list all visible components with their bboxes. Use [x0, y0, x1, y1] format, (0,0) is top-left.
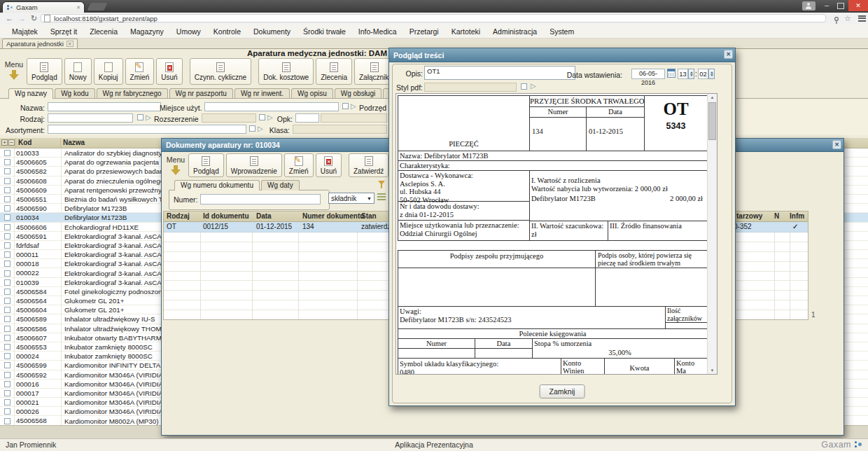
column-nazwa[interactable]: Nazwa	[63, 139, 85, 146]
new-tab-button[interactable]	[87, 3, 107, 11]
checkbox-icon[interactable]	[4, 233, 10, 240]
tab-wg-nr-inwent[interactable]: Wg nr inwent.	[234, 88, 290, 99]
miejsce-checkbox[interactable]	[342, 103, 349, 109]
miejsce-input[interactable]	[204, 102, 339, 111]
checkbox-icon[interactable]	[4, 316, 10, 322]
browser-menu-icon[interactable]	[858, 15, 866, 22]
tab-wg-numeru-dokumentu[interactable]: Wg numeru dokumentu	[174, 180, 260, 190]
checkbox-icon[interactable]	[4, 289, 10, 295]
zamknij-button[interactable]: Zamknij	[540, 384, 585, 398]
col-data[interactable]: Data	[256, 212, 272, 220]
checkbox-icon[interactable]	[4, 196, 10, 202]
preview-dialog-close-icon[interactable]: ✕	[724, 50, 733, 59]
back-icon[interactable]: ←	[6, 13, 13, 24]
checkbox-icon[interactable]	[4, 344, 10, 350]
opk-input[interactable]	[295, 113, 319, 123]
url-input[interactable]: localhost:8180/gxstart_prezent/app	[41, 14, 826, 22]
checkbox-icon[interactable]	[4, 326, 10, 332]
tab-wg-kodu[interactable]: Wg kodu	[55, 88, 94, 99]
menubar-item-kartoteki[interactable]: Kartoteki	[445, 27, 486, 36]
profile-icon[interactable]	[802, 1, 816, 11]
tab-wg-nr-paszportu[interactable]: Wg nr paszportu	[169, 88, 233, 99]
tab-wg-opisu[interactable]: Wg opisu	[291, 88, 333, 99]
asortyment-input[interactable]	[48, 125, 246, 134]
menubar-item-info-medica[interactable]: Info-Medica	[352, 27, 403, 36]
close-icon[interactable]: ✕	[848, 0, 868, 11]
col-n[interactable]: N	[774, 212, 779, 220]
rodzaj-checkbox[interactable]	[137, 114, 144, 120]
skladnik-select[interactable]: składnik ▼	[328, 193, 374, 204]
rodzaj-input[interactable]	[48, 113, 133, 123]
asortyment-lookup-icon[interactable]: ▷	[258, 125, 263, 132]
scroll-up-icon[interactable]: ▲	[708, 95, 717, 99]
tab-wg-daty[interactable]: Wg daty	[261, 180, 300, 190]
columns-icon[interactable]	[377, 193, 386, 200]
menubar-item-przetargi[interactable]: Przetargi	[403, 27, 445, 36]
menubar-item-dokumenty[interactable]: Dokumenty	[247, 27, 297, 36]
checkbox-icon[interactable]	[4, 353, 10, 359]
checkbox-icon[interactable]	[4, 150, 10, 156]
checkbox-icon[interactable]	[4, 372, 10, 378]
button-dok-kosztowe[interactable]: Dok. kosztowe	[258, 58, 314, 85]
hour-spinner[interactable]	[688, 69, 694, 79]
button-usuń[interactable]: Usuń	[156, 58, 182, 85]
checkbox-icon[interactable]	[4, 214, 10, 221]
minute-spinner[interactable]	[708, 69, 715, 79]
nazwa-input[interactable]	[48, 102, 161, 111]
rozszerzenie-checkbox[interactable]	[259, 114, 265, 120]
col-inwentarzowy[interactable]: tarzowy	[736, 212, 762, 220]
checkbox-icon[interactable]	[4, 408, 10, 415]
tab-wg-obsługi[interactable]: Wg obsługi	[335, 88, 382, 99]
menubar-item-kontrole[interactable]: Kontrole	[207, 27, 247, 36]
checkbox-icon[interactable]	[4, 335, 10, 341]
menubar-item-sprzęt-it[interactable]: Sprzęt it	[44, 27, 84, 36]
minute-input[interactable]: 02	[698, 69, 708, 79]
expand-plus-icon[interactable]: +	[1, 139, 8, 146]
checkbox-icon[interactable]	[4, 159, 10, 165]
hour-input[interactable]: 13	[678, 69, 688, 79]
checkbox-icon[interactable]	[4, 279, 10, 286]
tab-close-icon[interactable]: ✕	[74, 5, 80, 11]
tab-aparatura-jednostki[interactable]: Aparatura jednostki ✕	[2, 39, 78, 48]
col-stan[interactable]: Stan	[361, 212, 377, 220]
menu-button[interactable]: Menu	[4, 58, 24, 81]
checkbox-icon[interactable]	[4, 381, 10, 387]
checkbox-icon[interactable]	[4, 242, 10, 249]
menubar-item-majątek[interactable]: Majątek	[6, 27, 44, 36]
col-id-dokumentu[interactable]: Id dokumentu	[203, 212, 249, 220]
miejsce-lookup-icon[interactable]: ▷	[351, 103, 356, 110]
button-zmień[interactable]: Zmień	[125, 58, 155, 85]
menubar-item-zlecenia[interactable]: Zlecenia	[83, 27, 124, 36]
refresh-icon[interactable]: ↻	[31, 13, 37, 24]
menubar-item-umowy[interactable]: Umowy	[170, 27, 207, 36]
checkbox-icon[interactable]	[4, 390, 10, 396]
checkbox-icon[interactable]	[4, 399, 10, 405]
checkbox-icon[interactable]	[4, 261, 10, 267]
button-zatwierdź[interactable]: Zatwierdź	[349, 153, 388, 177]
button-nowy[interactable]: Nowy	[64, 58, 92, 85]
col-infm[interactable]: Infm	[790, 212, 804, 220]
collapse-minus-icon[interactable]: −	[8, 139, 15, 146]
rozszerzenie-lookup-icon[interactable]: ▷	[267, 114, 273, 121]
scroll-down-icon[interactable]: ▼	[708, 368, 717, 373]
checkbox-icon[interactable]	[4, 187, 10, 193]
checkbox-icon[interactable]	[4, 418, 10, 424]
menubar-item-środki-trwałe[interactable]: Środki trwałe	[297, 27, 352, 36]
checkbox-icon[interactable]	[4, 251, 10, 258]
menubar-item-system[interactable]: System	[543, 27, 580, 36]
col-numer-dokumentu[interactable]: Numer dokumentu	[302, 212, 364, 220]
checkbox-icon[interactable]	[4, 205, 10, 211]
styl-pdf-lookup-icon[interactable]: ▷	[531, 83, 536, 90]
menubar-item-administracja[interactable]: Administracja	[486, 27, 543, 36]
styl-pdf-checkbox[interactable]	[521, 83, 527, 90]
maximize-icon[interactable]	[837, 3, 844, 9]
app-tab-close-icon[interactable]: ✕	[66, 41, 74, 47]
bookmark-star-icon[interactable]: ☆	[844, 13, 851, 24]
calendar-icon[interactable]	[667, 69, 676, 78]
button-czynn-cykliczne[interactable]: Czynn. cykliczne	[190, 58, 251, 85]
checkbox-icon[interactable]	[4, 270, 10, 277]
scrollbar-thumb[interactable]	[708, 102, 716, 140]
numer-input[interactable]	[200, 194, 321, 204]
filter-icon[interactable]	[377, 180, 386, 189]
checkbox-icon[interactable]	[4, 298, 10, 304]
